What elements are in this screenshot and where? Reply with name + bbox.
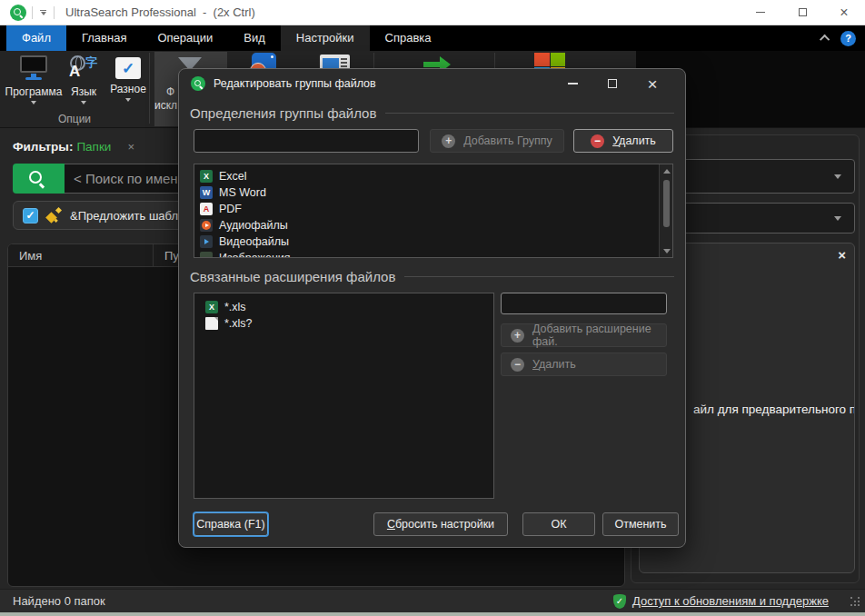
dialog-title: Редактировать группы файлов — [214, 77, 376, 90]
window-minimize-button[interactable] — [740, 0, 781, 25]
file-type-icon — [205, 317, 218, 330]
titlebar-separator — [54, 6, 55, 19]
language-options-button[interactable]: A字 Язык — [64, 55, 104, 111]
edit-file-groups-dialog: Редактировать группы файлов × Определени… — [178, 68, 686, 548]
ultrasearch-window: UltraSearch Professional - (2x Ctrl) × Ф… — [0, 0, 865, 616]
collapse-ribbon-icon[interactable] — [820, 35, 830, 45]
file-group-item[interactable]: MS Word — [194, 184, 672, 201]
file-group-item[interactable]: Видеофайлы — [194, 233, 672, 250]
preview-close-icon[interactable]: × — [838, 247, 846, 263]
window-title: UltraSearch Professional - (2x Ctrl) — [65, 5, 255, 19]
scrollbar-thumb[interactable] — [663, 180, 670, 227]
ribbon-separator — [149, 53, 150, 124]
checkbox-icon: ✓ — [115, 57, 141, 79]
filter-clear-icon[interactable]: × — [127, 140, 134, 154]
dialog-app-icon — [191, 76, 205, 91]
program-options-button[interactable]: Программа — [5, 55, 62, 111]
tab-help[interactable]: Справка — [370, 25, 447, 51]
file-type-icon — [200, 235, 213, 248]
found-count-text: Найдено 0 папок — [13, 594, 105, 608]
window-bottom-border — [0, 612, 865, 616]
group-name-input[interactable] — [194, 129, 419, 153]
file-group-item[interactable]: Аудиофайлы — [194, 217, 672, 233]
tab-view[interactable]: Вид — [228, 25, 281, 51]
misc-options-button[interactable]: ✓ Разное — [105, 55, 151, 111]
dropdown-caret-icon — [31, 101, 36, 104]
scroll-up-button[interactable] — [660, 164, 673, 177]
extension-item[interactable]: *.xls — [194, 297, 493, 313]
file-group-item[interactable]: PDF — [194, 201, 672, 217]
extension-input[interactable] — [501, 293, 667, 314]
file-type-icon — [200, 170, 213, 183]
filter-bar: Фильтры: Папки × — [13, 140, 134, 154]
close-icon: × — [647, 75, 657, 93]
file-groups-list: Excel MS Word PDF Аудиофайлы — [194, 164, 673, 258]
plus-circle-icon: + — [442, 134, 455, 148]
file-type-icon — [200, 186, 213, 199]
delete-group-button[interactable]: − Удалить — [573, 129, 673, 153]
close-icon: × — [840, 5, 848, 20]
file-type-icon — [200, 203, 213, 215]
cancel-button[interactable]: Отменить — [602, 512, 679, 536]
minimize-icon — [568, 83, 578, 84]
ok-button[interactable]: ОК — [522, 512, 595, 536]
file-type-icon — [205, 301, 218, 313]
tab-operations[interactable]: Операции — [142, 25, 228, 51]
maximize-icon — [799, 8, 807, 16]
add-extension-button[interactable]: + Добавить расширение фай. — [501, 323, 667, 347]
filters-label: Фильтры: — [13, 140, 73, 154]
file-type-icon — [200, 252, 213, 258]
help-icon[interactable]: ? — [840, 31, 856, 46]
window-close-button[interactable]: × — [823, 0, 865, 25]
dialog-maximize-button[interactable] — [592, 72, 632, 95]
dropdown-caret-icon — [81, 101, 86, 104]
language-icon: A字 — [68, 55, 99, 82]
tab-file[interactable]: Файл — [6, 25, 66, 51]
groups-scrollbar — [659, 164, 672, 257]
sparkles-icon — [46, 208, 62, 224]
file-type-icon — [200, 219, 213, 232]
file-group-item[interactable]: Изображения — [194, 250, 672, 258]
scroll-down-button[interactable] — [660, 244, 673, 257]
app-logo-icon — [10, 5, 26, 21]
quick-access-customize-button[interactable] — [38, 10, 48, 15]
tab-home[interactable]: Главная — [66, 25, 142, 51]
extensions-list: *.xls *.xls? — [194, 293, 494, 499]
file-group-item[interactable]: Excel — [194, 168, 672, 184]
titlebar: UltraSearch Professional - (2x Ctrl) × — [0, 0, 865, 25]
titlebar-separator — [32, 6, 33, 19]
minus-circle-icon: − — [511, 358, 524, 372]
add-group-button[interactable]: + Добавить Группу — [430, 129, 564, 153]
dialog-close-button[interactable]: × — [632, 72, 672, 95]
section-linked-extensions: Связанные расширения файлов — [190, 269, 674, 284]
plus-circle-icon: + — [511, 329, 524, 343]
dialog-titlebar: Редактировать группы файлов × — [179, 69, 685, 98]
shield-check-icon: ✓ — [613, 594, 626, 609]
extension-item[interactable]: *.xls? — [194, 313, 493, 330]
ribbon-tab-bar: Файл Главная Операции Вид Настройки Спра… — [0, 25, 865, 51]
updates-support-link[interactable]: Доступ к обновлениям и поддержке — [632, 594, 829, 608]
maximize-icon — [608, 79, 617, 88]
resize-grip[interactable] — [850, 597, 860, 606]
minimize-icon — [756, 12, 765, 13]
help-button[interactable]: Справка (F1) — [194, 512, 268, 536]
filter-chip-folders[interactable]: Папки — [76, 140, 111, 154]
program-icon — [19, 55, 48, 82]
ribbon-group-label: Опции — [0, 113, 149, 125]
column-header-name[interactable]: Имя — [8, 244, 154, 267]
delete-extension-button[interactable]: − Удалить — [501, 353, 667, 376]
dropdown-caret-icon — [125, 98, 131, 102]
suggest-templates-checkbox[interactable]: ✓ — [23, 208, 38, 224]
dialog-minimize-button[interactable] — [552, 72, 592, 95]
tab-settings[interactable]: Настройки — [281, 25, 370, 51]
reset-settings-button[interactable]: Сбросить настройки — [373, 512, 508, 536]
search-button[interactable] — [13, 164, 65, 194]
section-group-definitions: Определения группы файлов — [190, 105, 674, 121]
status-bar: Найдено 0 папок ✓ Доступ к обновлениям и… — [0, 589, 865, 612]
window-maximize-button[interactable] — [781, 0, 823, 25]
minus-circle-icon: − — [591, 134, 604, 148]
preview-placeholder-text: айл для предварительного просмо — [693, 402, 855, 416]
